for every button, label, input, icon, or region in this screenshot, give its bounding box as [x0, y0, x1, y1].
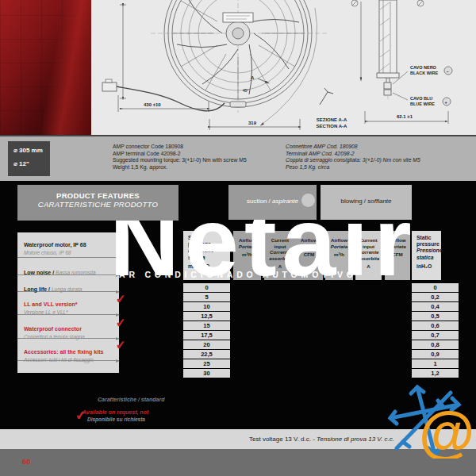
- feature-accessories: Accessories: all the fixing kits Accesso…: [17, 339, 119, 361]
- table-cell: 1,2: [412, 369, 459, 378]
- table-cell: 25: [183, 359, 230, 368]
- diameter-mm: ⌀ 305 mm: [8, 141, 50, 154]
- table-cell: 17,5: [183, 331, 230, 340]
- feature-en: Accessories: all the fixing kits: [24, 349, 103, 355]
- table-cell: 0,8: [412, 340, 459, 349]
- features-title-en: PRODUCT FEATURES: [17, 191, 178, 200]
- feature-en: Waterproof motor, IP 68: [24, 242, 86, 248]
- spec-en-line1: AMP connector Code 180908: [113, 144, 247, 151]
- legend-on-request-en: Available on request, not: [83, 409, 148, 415]
- feature-long-life: Long life / Lunga durata: [17, 275, 119, 292]
- feature-en: Low noise /: [24, 270, 56, 275]
- spec-it-line1: Connettore AMP Cod. 180908: [286, 144, 420, 151]
- feature-it: Motore chiuso, IP 68: [24, 250, 113, 255]
- spec-it-line2: Terminali AMP Cod. 42098-2: [286, 151, 420, 158]
- spec-text-en: AMP connector Code 180908 AMP terminal C…: [113, 144, 247, 171]
- negative-sign: −: [447, 69, 449, 74]
- blue-wire-label-it: CAVO BLU: [410, 96, 432, 101]
- feature-ll-vll-version: LL and VLL version* Versione LL e VLL*: [17, 292, 119, 315]
- feature-en: Long life /: [24, 286, 52, 292]
- black-wire-label-en: BLACK WIRE: [410, 71, 438, 75]
- technical-drawing: A 45° 430 ±10 319: [91, 0, 476, 135]
- table-cell: 1: [412, 359, 459, 368]
- bracket-detail: [320, 88, 333, 105]
- diameter-box: ⌀ 305 mm ⌀ 12": [8, 141, 50, 176]
- connector-symbol: [102, 83, 117, 91]
- table-cell: 22,5: [183, 350, 230, 359]
- black-wire-label-it: CAVO NERO: [410, 65, 437, 70]
- blowing-header: blowing / soffiante: [321, 185, 412, 220]
- table-cell: 0: [412, 283, 459, 292]
- spec-en-line2: AMP terminal Code 42098-2: [113, 151, 247, 158]
- wire-harness: [117, 86, 225, 111]
- blowing-label-it: soffiante: [367, 198, 391, 205]
- check-icon: ✔: [115, 315, 126, 330]
- spec-it-line4: Peso 1,5 Kg. circa: [286, 164, 420, 171]
- check-icon: ✔: [115, 291, 126, 306]
- table-cell: 0,9: [412, 350, 459, 359]
- table-cell: 20: [183, 340, 230, 349]
- blowing-label-en: blowing /: [340, 198, 367, 205]
- feature-it: Lunga durata: [52, 286, 82, 292]
- section-marker-label: A: [251, 75, 255, 80]
- width-dimension: 430 ±10: [144, 102, 161, 107]
- legend-standard: Caratteristiche / standard: [98, 397, 164, 402]
- test-voltage-text: Test voltage 13 V. d.c. - Tensione di pr…: [249, 436, 394, 443]
- spec-strip: ⌀ 305 mm ⌀ 12" AMP connector Code 180908…: [0, 135, 476, 181]
- positive-sign: +: [445, 100, 447, 105]
- feature-it: Accessori: tutti i kit di fissaggio: [24, 357, 113, 363]
- table-cell: 15: [183, 321, 230, 330]
- suction-label-it: aspirante: [272, 198, 298, 205]
- diameter-inch: ⌀ 12": [8, 154, 50, 167]
- suction-label-en: suction /: [247, 198, 272, 205]
- spec-en-line4: Weight 1,5 Kg. approx.: [113, 164, 247, 171]
- features-title-it: CARATTERISTICHE PRODOTTO: [17, 200, 178, 209]
- col-line: Pressione: [416, 248, 441, 254]
- features-panel: Waterproof motor, IP 68 Motore chiuso, I…: [17, 232, 119, 373]
- spec-en-line3: Suggested mounting torque: 3(+1/-0) Nm w…: [113, 157, 247, 164]
- section-label-en: SECTION A-A: [317, 124, 347, 129]
- product-features-header: PRODUCT FEATURES CARATTERISTICHE PRODOTT…: [17, 185, 178, 221]
- test-voltage-it: Tensione di prova 13 V. c.c.: [317, 436, 394, 443]
- fan-section-view: [377, 0, 399, 95]
- table-cell: 10: [183, 302, 230, 311]
- drawing-section: A 45° 430 ±10 319: [0, 0, 476, 135]
- section-label-it: SEZIONE A-A: [317, 117, 347, 122]
- feature-low-noise: Low noise / Bassa rumorosità: [17, 258, 119, 275]
- airflow-direction-icon: [301, 194, 315, 207]
- spec-it-line3: Coppia di serraggio consigliata: 3(+1/-0…: [286, 157, 420, 164]
- col-unit: inH₂O: [416, 263, 441, 270]
- table-cell: 12,5: [183, 312, 230, 321]
- feature-it: Versione LL e VLL*: [24, 309, 113, 315]
- depth-dimension: 62.1 ±1: [397, 114, 413, 119]
- static-pressure-mm-values: 0 5 10 12,5 15 17,5 20 22,5 25 30: [183, 283, 230, 378]
- test-voltage-en: Test voltage 13 V. d.c. -: [249, 436, 317, 443]
- at-symbol-icon: @: [419, 401, 474, 459]
- page-number: 60: [22, 457, 31, 466]
- table-cell: 0,6: [412, 321, 459, 330]
- col-line: Static: [416, 235, 441, 241]
- feature-en: Waterproof connector: [24, 326, 82, 332]
- table-cell: 0,5: [412, 312, 459, 321]
- feature-en: LL and VLL version*: [24, 301, 77, 307]
- feature-it: Bassa rumorosità: [56, 270, 96, 275]
- netair-tagline: AR CONDICIONADO AUTOMOTIVO: [119, 270, 357, 279]
- legend-on-request-it: Disponibile su richiesta: [87, 416, 145, 422]
- table-cell: 0,4: [412, 302, 459, 311]
- netair-logo: @: [387, 383, 476, 459]
- red-abstract-image: [0, 0, 91, 135]
- table-cell: 30: [183, 369, 230, 378]
- spec-text-it: Connettore AMP Cod. 180908 Terminali AMP…: [286, 144, 420, 171]
- angle-dimension: 45°: [243, 88, 249, 93]
- col-line: statica: [416, 255, 441, 261]
- check-icon: ✔: [115, 337, 126, 352]
- blue-wire-label-en: BLUE WIRE: [410, 102, 435, 106]
- table-cell: 0,2: [412, 293, 459, 301]
- col-line: pressure: [416, 241, 441, 248]
- holes-dimension: 319: [248, 121, 257, 125]
- feature-waterproof-motor: Waterproof motor, IP 68 Motore chiuso, I…: [17, 232, 119, 258]
- suction-header: suction / aspirante: [228, 185, 317, 220]
- feature-waterproof-connector: Waterproof connector Connettori a tenuta…: [17, 315, 119, 339]
- fan-drawing-svg: A 45° 430 ±10 319: [91, 0, 476, 135]
- datasheet-page: A 45° 430 ±10 319: [0, 0, 476, 476]
